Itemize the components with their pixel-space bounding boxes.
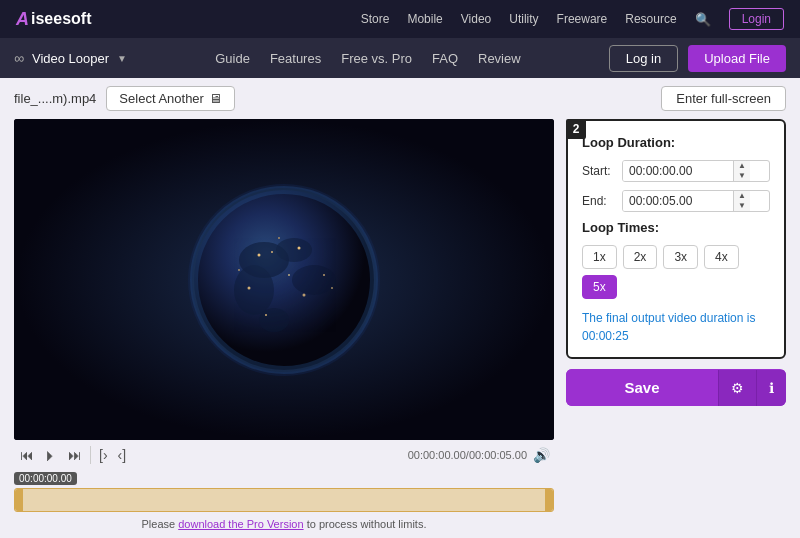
svg-point-12	[323, 274, 325, 276]
select-another-label: Select Another	[119, 91, 204, 106]
start-spin-down[interactable]: ▼	[734, 171, 750, 181]
nav-freeware[interactable]: Freeware	[557, 12, 608, 26]
video-panel: ⏮ ⏵ ⏭ [› ‹] 00:00:00.00/00:00:05.00 🔊 00…	[14, 119, 554, 530]
svg-point-11	[248, 286, 251, 289]
loop-4x-button[interactable]: 4x	[704, 245, 739, 269]
skip-forward-button[interactable]: ⏭	[66, 445, 84, 465]
save-info-button[interactable]: ℹ	[756, 370, 786, 406]
video-background	[14, 119, 554, 440]
nav-free-vs-pro[interactable]: Free vs. Pro	[341, 51, 412, 66]
loop-3x-button[interactable]: 3x	[663, 245, 698, 269]
end-spin-buttons: ▲ ▼	[733, 191, 750, 211]
second-nav-right: Log in Upload File	[609, 45, 786, 72]
logo-text: iseesoft	[31, 10, 91, 28]
monitor-icon: 🖥	[209, 91, 222, 106]
output-info: The final output video duration is 00:00…	[582, 309, 770, 345]
upload-file-button[interactable]: Upload File	[688, 45, 786, 72]
pro-version-link[interactable]: download the Pro Version	[178, 518, 303, 530]
end-field-row: End: ▲ ▼	[582, 190, 770, 212]
svg-point-10	[288, 274, 290, 276]
skip-back-button[interactable]: ⏮	[18, 445, 36, 465]
start-spin-up[interactable]: ▲	[734, 161, 750, 171]
end-spin-down[interactable]: ▼	[734, 201, 750, 211]
output-text: The final output video duration is	[582, 311, 755, 325]
nav-store[interactable]: Store	[361, 12, 390, 26]
end-input-wrapper: ▲ ▼	[622, 190, 770, 212]
timeline-handle-left[interactable]	[15, 489, 23, 511]
loop-times-buttons: 1x 2x 3x 4x 5x	[582, 245, 770, 299]
loop-5x-button[interactable]: 5x	[582, 275, 617, 299]
svg-point-15	[303, 293, 306, 296]
second-navigation: ∞ Video Looper ▼ Guide Features Free vs.…	[0, 38, 800, 78]
start-field-row: Start: ▲ ▼	[582, 160, 770, 182]
app-brand: ∞ Video Looper ▼	[14, 50, 127, 66]
nav-utility[interactable]: Utility	[509, 12, 538, 26]
pro-notice-after: to process without limits.	[304, 518, 427, 530]
log-in-button[interactable]: Log in	[609, 45, 678, 72]
right-panel: 2 Loop Duration: Start: ▲ ▼ End:	[566, 119, 786, 530]
dropdown-arrow-icon[interactable]: ▼	[117, 53, 127, 64]
nav-guide[interactable]: Guide	[215, 51, 250, 66]
app-name: Video Looper	[32, 51, 109, 66]
top-navigation: A iseesoft Store Mobile Video Utility Fr…	[0, 0, 800, 38]
search-icon[interactable]: 🔍	[695, 12, 711, 27]
top-nav-links: Store Mobile Video Utility Freeware Reso…	[361, 8, 784, 30]
nav-resource[interactable]: Resource	[625, 12, 676, 26]
save-button[interactable]: Save	[566, 369, 718, 406]
toolbar-left: file_....m).mp4 Select Another 🖥	[14, 86, 235, 111]
loop-config-box: 2 Loop Duration: Start: ▲ ▼ End:	[566, 119, 786, 359]
divider	[90, 446, 91, 464]
login-button[interactable]: Login	[729, 8, 784, 30]
nav-faq[interactable]: FAQ	[432, 51, 458, 66]
volume-icon[interactable]: 🔊	[533, 447, 550, 463]
box-number: 2	[566, 119, 586, 139]
loop-2x-button[interactable]: 2x	[623, 245, 658, 269]
logo-icon: A	[16, 9, 29, 30]
svg-point-7	[258, 253, 261, 256]
toolbar-row: file_....m).mp4 Select Another 🖥 Enter f…	[14, 86, 786, 111]
svg-point-6	[259, 308, 289, 332]
second-nav-links: Guide Features Free vs. Pro FAQ Review	[215, 51, 520, 66]
file-name-label: file_....m).mp4	[14, 91, 96, 106]
loop-icon: ∞	[14, 50, 24, 66]
svg-point-5	[292, 265, 336, 295]
svg-point-8	[271, 251, 273, 253]
end-label: End:	[582, 194, 622, 208]
nav-video[interactable]: Video	[461, 12, 491, 26]
nav-review[interactable]: Review	[478, 51, 521, 66]
svg-point-4	[234, 265, 274, 315]
svg-point-14	[278, 237, 280, 239]
svg-point-13	[265, 314, 267, 316]
save-gear-button[interactable]: ⚙	[718, 370, 756, 406]
end-time-input[interactable]	[623, 191, 733, 211]
svg-point-3	[276, 238, 312, 262]
earth-visual	[184, 180, 384, 380]
start-spin-buttons: ▲ ▼	[733, 161, 750, 181]
total-time: /00:00:05.00	[466, 449, 527, 461]
video-container	[14, 119, 554, 440]
svg-point-17	[331, 287, 333, 289]
end-spin-up[interactable]: ▲	[734, 191, 750, 201]
save-row: Save ⚙ ℹ	[566, 369, 786, 406]
mark-in-button[interactable]: [›	[97, 445, 110, 465]
content-row: ⏮ ⏵ ⏭ [› ‹] 00:00:00.00/00:00:05.00 🔊 00…	[14, 119, 786, 530]
fullscreen-button[interactable]: Enter full-screen	[661, 86, 786, 111]
play-button[interactable]: ⏵	[42, 445, 60, 465]
timeline-handle-right[interactable]	[545, 489, 553, 511]
time-position-label: 00:00:00.00	[14, 472, 77, 485]
loop-1x-button[interactable]: 1x	[582, 245, 617, 269]
nav-mobile[interactable]: Mobile	[407, 12, 442, 26]
output-duration: 00:00:25	[582, 329, 629, 343]
nav-features[interactable]: Features	[270, 51, 321, 66]
svg-point-9	[298, 246, 301, 249]
timeline-row: 00:00:00.00	[14, 468, 554, 514]
pro-notice: Please download the Pro Version to proce…	[14, 514, 554, 530]
select-another-button[interactable]: Select Another 🖥	[106, 86, 235, 111]
mark-out-button[interactable]: ‹]	[116, 445, 129, 465]
timeline-bar[interactable]	[14, 488, 554, 512]
loop-duration-title: Loop Duration:	[582, 135, 770, 150]
start-time-input[interactable]	[623, 161, 733, 181]
player-controls: ⏮ ⏵ ⏭ [› ‹] 00:00:00.00/00:00:05.00 🔊	[14, 440, 554, 468]
time-display: 00:00:00.00/00:00:05.00	[408, 449, 527, 461]
svg-point-16	[238, 269, 240, 271]
